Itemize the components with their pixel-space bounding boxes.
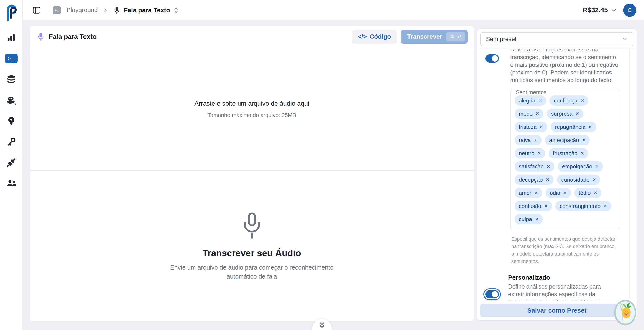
sentiment-tag-label: surpresa xyxy=(551,111,572,117)
breadcrumb-section[interactable]: Playground xyxy=(66,6,98,14)
microphone-icon xyxy=(114,6,120,14)
dropzone-max-size: Tamanho máximo do arquivo: 25MB xyxy=(208,112,296,118)
sentiment-tags-field[interactable]: Sentimentos alegria × confiança × medo ×… xyxy=(510,90,620,229)
sentiment-tag-label: culpa xyxy=(519,216,532,223)
sidebar-item-data[interactable] xyxy=(5,74,18,84)
topbar-divider xyxy=(47,6,47,14)
sentiment-tag[interactable]: confusão × xyxy=(514,201,552,211)
custom-section-title: Personalizado xyxy=(508,274,620,281)
sentiment-tag-label: constrangimento xyxy=(560,203,600,209)
sentiment-toggle[interactable] xyxy=(485,54,499,62)
sidebar-item-ideas[interactable] xyxy=(5,116,18,126)
sentiment-tag[interactable]: culpa × xyxy=(514,214,543,224)
sentiment-tag[interactable]: raiva × xyxy=(514,135,542,145)
sentiment-tag[interactable]: curiosidade × xyxy=(557,174,600,185)
breadcrumb-page: Fala para Texto xyxy=(124,6,170,14)
remove-tag-icon[interactable]: × xyxy=(538,150,541,157)
sidebar-item-integrations[interactable] xyxy=(5,158,18,167)
sentiment-option: Detecta as emoções expressas na transcri… xyxy=(477,49,636,84)
sentiment-tag[interactable]: neutro × xyxy=(514,148,545,159)
sentiment-tag[interactable]: constrangimento × xyxy=(556,201,612,211)
remove-tag-icon[interactable]: × xyxy=(580,150,584,157)
sentiment-tag[interactable]: confiança × xyxy=(550,95,588,106)
remove-tag-icon[interactable]: × xyxy=(544,203,548,209)
panel-left-icon xyxy=(32,6,41,14)
remove-tag-icon[interactable]: × xyxy=(604,203,607,209)
sidebar-item-playground[interactable]: >_ xyxy=(5,54,18,63)
custom-toggle[interactable] xyxy=(485,290,499,298)
sentiment-tag[interactable]: ódio × xyxy=(546,188,571,198)
breadcrumb-page-selector[interactable]: Fala para Texto xyxy=(114,6,179,14)
sidebar-toggle-button[interactable] xyxy=(32,5,41,15)
workspace: Fala para Texto </> Código Transcrever ⌘… xyxy=(22,20,644,330)
remove-tag-icon[interactable]: × xyxy=(595,163,599,170)
sentiment-tag[interactable]: tédio × xyxy=(574,188,602,198)
balance-menu[interactable]: R$32.45 xyxy=(583,6,617,14)
microphone-icon xyxy=(37,32,44,41)
sentiment-tag[interactable]: medo × xyxy=(514,109,543,119)
shortcut-badge: ⌘ ↵ xyxy=(446,32,465,41)
database-icon xyxy=(6,74,16,84)
remove-tag-icon[interactable]: × xyxy=(563,189,567,196)
remove-tag-icon[interactable]: × xyxy=(534,189,538,196)
save-preset-button[interactable]: Salvar como Preset xyxy=(480,304,633,317)
sentiment-tag-label: antecipação xyxy=(549,137,579,144)
sentiment-tag[interactable]: alegria × xyxy=(514,95,546,106)
remove-tag-icon[interactable]: × xyxy=(594,189,597,196)
sidebar-item-metrics[interactable] xyxy=(5,33,18,42)
remove-tag-icon[interactable]: × xyxy=(580,97,584,104)
remove-tag-icon[interactable]: × xyxy=(576,110,579,117)
sentiment-tag[interactable]: amor × xyxy=(514,188,542,198)
preset-panel: Sem preset Detecta as emoções expressas … xyxy=(477,29,637,321)
sidebar-nav: >_ xyxy=(5,33,18,188)
user-avatar[interactable]: C xyxy=(623,3,636,17)
sentiment-tag[interactable]: tristeza × xyxy=(514,122,547,132)
chevron-down-icon xyxy=(611,8,617,12)
users-icon xyxy=(6,179,16,188)
sentiment-tag[interactable]: surpresa × xyxy=(547,109,583,119)
remove-tag-icon[interactable]: × xyxy=(535,216,538,223)
sentiment-tag[interactable]: decepção × xyxy=(514,174,554,185)
remove-tag-icon[interactable]: × xyxy=(538,97,542,104)
sentiment-tags-label: Sentimentos xyxy=(514,89,549,95)
remove-tag-icon[interactable]: × xyxy=(534,137,537,144)
microphone-large-icon xyxy=(241,211,263,240)
remove-tag-icon[interactable]: × xyxy=(546,176,549,183)
preset-options-scroll-area[interactable]: Detecta as emoções expressas na transcri… xyxy=(477,49,636,301)
pineapple-mascot-icon xyxy=(616,303,634,324)
sidebar: >_ xyxy=(0,0,22,330)
sidebar-item-api-keys[interactable] xyxy=(5,137,18,147)
audio-dropzone[interactable]: Arraste e solte um arquivo de áudio aqui… xyxy=(30,48,474,171)
sentiment-tag[interactable]: satisfação × xyxy=(514,162,554,171)
preset-panel-header: Sem preset xyxy=(477,29,636,49)
dropzone-title: Arraste e solte um arquivo de áudio aqui xyxy=(194,100,309,107)
code-button[interactable]: </> Código xyxy=(352,30,397,44)
sentiment-tag[interactable]: empolgação × xyxy=(558,162,603,171)
sentiment-tag[interactable]: frustração × xyxy=(548,148,588,159)
sentiment-description: Detecta as emoções expressas na transcri… xyxy=(510,49,620,84)
preset-select[interactable]: Sem preset xyxy=(480,32,633,46)
terminal-icon: >_ xyxy=(5,54,18,63)
sentiment-tag-label: amor xyxy=(519,190,531,196)
sentiment-tag[interactable]: antecipação × xyxy=(545,135,590,145)
sentiment-tag-label: neutro xyxy=(519,150,534,157)
empty-state-title: Transcrever seu Áudio xyxy=(202,248,301,258)
remove-tag-icon[interactable]: × xyxy=(536,110,539,117)
sentiment-tag[interactable]: repugnância × xyxy=(551,122,596,132)
remove-tag-icon[interactable]: × xyxy=(547,163,550,170)
remove-tag-icon[interactable]: × xyxy=(540,124,543,130)
assistant-mascot-button[interactable] xyxy=(614,300,636,325)
preset-select-value: Sem preset xyxy=(486,36,622,42)
sidebar-item-agents[interactable] xyxy=(5,95,18,105)
transcribe-button[interactable]: Transcrever ⌘ ↵ xyxy=(401,30,468,44)
sentiment-tag-label: curiosidade xyxy=(561,176,590,183)
remove-tag-icon[interactable]: × xyxy=(582,137,586,144)
remove-tag-icon[interactable]: × xyxy=(588,124,592,130)
app-logo-icon[interactable] xyxy=(4,4,18,22)
sentiment-tag-label: tristeza xyxy=(519,124,537,130)
sidebar-item-team[interactable] xyxy=(5,179,18,188)
remove-tag-icon[interactable]: × xyxy=(592,176,596,183)
scroll-gutter-divider xyxy=(629,49,630,301)
double-chevron-down-icon xyxy=(317,322,327,330)
lightbulb-icon xyxy=(6,116,16,126)
